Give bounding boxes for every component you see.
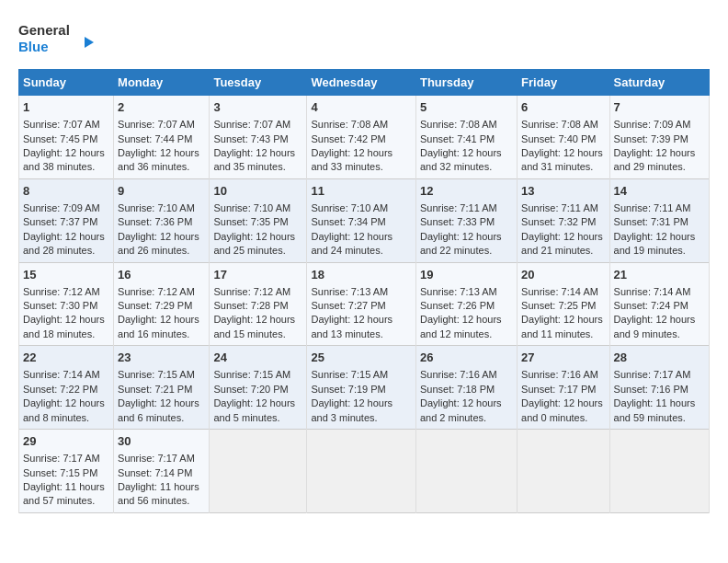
day-content: Sunrise: 7:07 AM Sunset: 7:44 PM Dayligh… xyxy=(118,118,205,175)
calendar-cell: 29Sunrise: 7:17 AM Sunset: 7:15 PM Dayli… xyxy=(19,430,114,513)
calendar-cell: 2Sunrise: 7:07 AM Sunset: 7:44 PM Daylig… xyxy=(114,96,210,179)
day-content: Sunrise: 7:13 AM Sunset: 7:26 PM Dayligh… xyxy=(420,285,513,342)
day-number: 24 xyxy=(213,350,302,366)
col-header-saturday: Saturday xyxy=(609,70,709,96)
day-number: 17 xyxy=(213,267,302,283)
calendar-cell: 11Sunrise: 7:10 AM Sunset: 7:34 PM Dayli… xyxy=(307,178,416,262)
calendar-cell: 10Sunrise: 7:10 AM Sunset: 7:35 PM Dayli… xyxy=(210,178,307,262)
day-content: Sunrise: 7:17 AM Sunset: 7:14 PM Dayligh… xyxy=(118,452,205,509)
calendar-cell: 9Sunrise: 7:10 AM Sunset: 7:36 PM Daylig… xyxy=(114,178,210,262)
calendar-cell: 27Sunrise: 7:16 AM Sunset: 7:17 PM Dayli… xyxy=(518,346,609,430)
day-number: 21 xyxy=(614,267,705,283)
day-number: 22 xyxy=(23,350,109,366)
calendar-cell: 25Sunrise: 7:15 AM Sunset: 7:19 PM Dayli… xyxy=(307,346,416,430)
day-number: 2 xyxy=(118,99,205,116)
day-number: 23 xyxy=(118,350,205,366)
calendar-cell xyxy=(415,430,517,513)
calendar-cell: 16Sunrise: 7:12 AM Sunset: 7:29 PM Dayli… xyxy=(114,262,210,346)
day-number: 4 xyxy=(311,99,412,116)
day-content: Sunrise: 7:17 AM Sunset: 7:15 PM Dayligh… xyxy=(23,452,109,509)
calendar-week-1: 1Sunrise: 7:07 AM Sunset: 7:45 PM Daylig… xyxy=(19,96,710,179)
col-header-monday: Monday xyxy=(114,70,210,96)
col-header-tuesday: Tuesday xyxy=(210,70,307,96)
calendar-cell: 22Sunrise: 7:14 AM Sunset: 7:22 PM Dayli… xyxy=(19,346,114,430)
day-number: 30 xyxy=(118,433,205,450)
day-content: Sunrise: 7:12 AM Sunset: 7:29 PM Dayligh… xyxy=(118,285,205,342)
calendar-week-2: 8Sunrise: 7:09 AM Sunset: 7:37 PM Daylig… xyxy=(19,178,710,262)
day-content: Sunrise: 7:14 AM Sunset: 7:22 PM Dayligh… xyxy=(23,368,109,425)
day-content: Sunrise: 7:10 AM Sunset: 7:34 PM Dayligh… xyxy=(311,201,412,259)
day-content: Sunrise: 7:08 AM Sunset: 7:42 PM Dayligh… xyxy=(311,118,412,175)
calendar-cell: 1Sunrise: 7:07 AM Sunset: 7:45 PM Daylig… xyxy=(19,96,114,179)
calendar-cell xyxy=(609,430,709,513)
calendar-cell: 13Sunrise: 7:11 AM Sunset: 7:32 PM Dayli… xyxy=(518,178,609,262)
calendar-cell: 30Sunrise: 7:17 AM Sunset: 7:14 PM Dayli… xyxy=(114,430,210,513)
col-header-wednesday: Wednesday xyxy=(307,70,416,96)
svg-text:General: General xyxy=(18,22,70,38)
day-number: 10 xyxy=(213,183,302,200)
calendar-cell xyxy=(518,430,609,513)
day-content: Sunrise: 7:11 AM Sunset: 7:31 PM Dayligh… xyxy=(614,201,705,259)
day-number: 1 xyxy=(23,99,109,116)
calendar-cell: 17Sunrise: 7:12 AM Sunset: 7:28 PM Dayli… xyxy=(210,262,307,346)
day-content: Sunrise: 7:10 AM Sunset: 7:35 PM Dayligh… xyxy=(213,201,302,259)
calendar-cell: 3Sunrise: 7:07 AM Sunset: 7:43 PM Daylig… xyxy=(210,96,307,179)
calendar-cell: 20Sunrise: 7:14 AM Sunset: 7:25 PM Dayli… xyxy=(518,262,609,346)
day-number: 14 xyxy=(614,183,705,200)
svg-marker-2 xyxy=(85,37,94,48)
day-number: 18 xyxy=(311,267,412,283)
day-content: Sunrise: 7:10 AM Sunset: 7:36 PM Dayligh… xyxy=(118,201,205,259)
calendar-cell: 23Sunrise: 7:15 AM Sunset: 7:21 PM Dayli… xyxy=(114,346,210,430)
day-content: Sunrise: 7:16 AM Sunset: 7:18 PM Dayligh… xyxy=(420,368,513,425)
calendar-cell xyxy=(307,430,416,513)
day-content: Sunrise: 7:08 AM Sunset: 7:41 PM Dayligh… xyxy=(420,118,513,175)
page-header: General Blue xyxy=(18,18,710,60)
calendar-cell: 19Sunrise: 7:13 AM Sunset: 7:26 PM Dayli… xyxy=(415,262,517,346)
day-number: 19 xyxy=(420,267,513,283)
day-content: Sunrise: 7:11 AM Sunset: 7:32 PM Dayligh… xyxy=(521,201,605,259)
calendar-cell: 14Sunrise: 7:11 AM Sunset: 7:31 PM Dayli… xyxy=(609,178,709,262)
day-content: Sunrise: 7:16 AM Sunset: 7:17 PM Dayligh… xyxy=(521,368,605,425)
day-number: 7 xyxy=(614,99,705,116)
calendar-cell: 5Sunrise: 7:08 AM Sunset: 7:41 PM Daylig… xyxy=(415,96,517,179)
day-number: 25 xyxy=(311,350,412,366)
calendar-cell: 28Sunrise: 7:17 AM Sunset: 7:16 PM Dayli… xyxy=(609,346,709,430)
calendar-header-row: SundayMondayTuesdayWednesdayThursdayFrid… xyxy=(19,70,710,96)
day-number: 20 xyxy=(521,267,605,283)
day-number: 15 xyxy=(23,267,109,283)
calendar-week-4: 22Sunrise: 7:14 AM Sunset: 7:22 PM Dayli… xyxy=(19,346,710,430)
calendar-cell xyxy=(210,430,307,513)
calendar-week-5: 29Sunrise: 7:17 AM Sunset: 7:15 PM Dayli… xyxy=(19,430,710,513)
calendar-table: SundayMondayTuesdayWednesdayThursdayFrid… xyxy=(18,69,710,513)
day-number: 9 xyxy=(118,183,205,200)
col-header-thursday: Thursday xyxy=(415,70,517,96)
day-number: 3 xyxy=(213,99,302,116)
day-number: 26 xyxy=(420,350,513,366)
day-content: Sunrise: 7:14 AM Sunset: 7:25 PM Dayligh… xyxy=(521,285,605,342)
calendar-cell: 8Sunrise: 7:09 AM Sunset: 7:37 PM Daylig… xyxy=(19,178,114,262)
day-number: 28 xyxy=(614,350,705,366)
logo: General Blue xyxy=(18,18,101,60)
calendar-cell: 12Sunrise: 7:11 AM Sunset: 7:33 PM Dayli… xyxy=(415,178,517,262)
day-content: Sunrise: 7:14 AM Sunset: 7:24 PM Dayligh… xyxy=(614,285,705,342)
col-header-friday: Friday xyxy=(518,70,609,96)
col-header-sunday: Sunday xyxy=(19,70,114,96)
day-content: Sunrise: 7:12 AM Sunset: 7:30 PM Dayligh… xyxy=(23,285,109,342)
svg-text:Blue: Blue xyxy=(18,39,49,54)
day-number: 8 xyxy=(23,183,109,200)
calendar-cell: 21Sunrise: 7:14 AM Sunset: 7:24 PM Dayli… xyxy=(609,262,709,346)
logo-svg: General Blue xyxy=(18,18,101,60)
day-content: Sunrise: 7:07 AM Sunset: 7:43 PM Dayligh… xyxy=(213,118,302,175)
day-content: Sunrise: 7:17 AM Sunset: 7:16 PM Dayligh… xyxy=(614,368,705,425)
calendar-cell: 15Sunrise: 7:12 AM Sunset: 7:30 PM Dayli… xyxy=(19,262,114,346)
calendar-cell: 24Sunrise: 7:15 AM Sunset: 7:20 PM Dayli… xyxy=(210,346,307,430)
day-content: Sunrise: 7:11 AM Sunset: 7:33 PM Dayligh… xyxy=(420,201,513,259)
day-content: Sunrise: 7:15 AM Sunset: 7:19 PM Dayligh… xyxy=(311,368,412,425)
day-content: Sunrise: 7:07 AM Sunset: 7:45 PM Dayligh… xyxy=(23,118,109,175)
calendar-cell: 6Sunrise: 7:08 AM Sunset: 7:40 PM Daylig… xyxy=(518,96,609,179)
day-number: 11 xyxy=(311,183,412,200)
day-number: 16 xyxy=(118,267,205,283)
day-number: 27 xyxy=(521,350,605,366)
calendar-cell: 4Sunrise: 7:08 AM Sunset: 7:42 PM Daylig… xyxy=(307,96,416,179)
day-number: 6 xyxy=(521,99,605,116)
